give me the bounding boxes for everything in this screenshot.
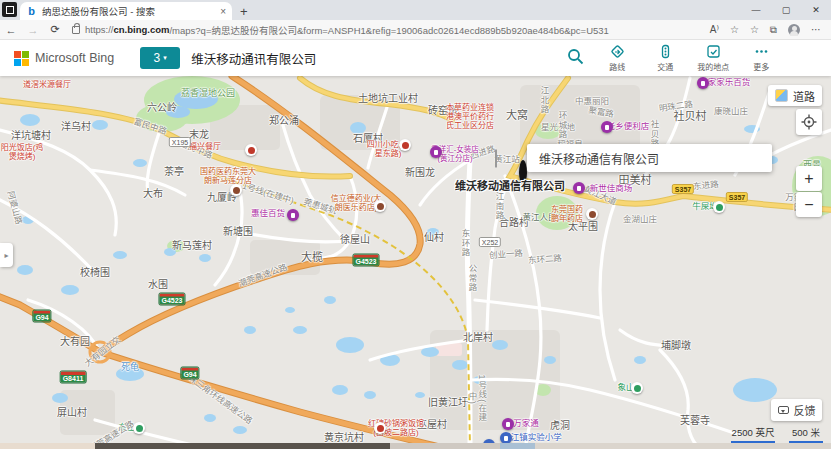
road-badge: G8411: [60, 371, 87, 384]
microsoft-logo-icon: [14, 51, 29, 66]
map-label: 新世佳商场: [590, 184, 633, 194]
zoom-out-button[interactable]: −: [796, 192, 822, 217]
park-icon[interactable]: [133, 422, 145, 434]
zoom-in-button[interactable]: +: [796, 166, 822, 191]
map-label: 维沃移动通信有限公司: [455, 180, 565, 193]
scope-value: 3: [154, 51, 161, 65]
close-button[interactable]: ✕: [801, 0, 831, 20]
map-label: 大布: [143, 188, 163, 200]
address-bar[interactable]: https://cn.bing.com/maps?q=纳思达股份有限公司&for…: [72, 23, 700, 37]
tab-preview-icon[interactable]: [2, 2, 17, 17]
map-scale: 2500 英尺 500 米: [731, 425, 823, 443]
scale-feet: 2500 英尺: [732, 425, 775, 439]
tab-close-icon[interactable]: ×: [220, 6, 226, 17]
read-aloud-icon[interactable]: A⁾: [710, 24, 719, 35]
road-badge: S357: [672, 184, 694, 194]
window-controls: — ▢ ✕: [741, 0, 831, 20]
search-scope-dropdown[interactable]: 3 ▾: [140, 47, 180, 69]
url-domain: cn.bing.com: [114, 24, 170, 35]
map-label: 东环路: [459, 229, 469, 258]
map-label: 新塘围: [223, 226, 253, 238]
shop-icon[interactable]: [601, 121, 613, 133]
road-badge: G4523: [158, 293, 185, 306]
road-view-label: 道路: [793, 88, 815, 104]
expander-arrow-icon: ▸: [4, 251, 8, 260]
map-label: 新马莲村: [172, 240, 212, 252]
map-label: 道滘米源餐厅: [23, 80, 71, 89]
zoom-out-glyph: −: [804, 196, 813, 214]
locate-me-button[interactable]: [796, 109, 822, 135]
station-icon[interactable]: [495, 150, 497, 168]
my-places-button[interactable]: 我的地点: [696, 44, 730, 72]
map-label: 黄江站: [494, 155, 520, 165]
traffic-icon: [658, 44, 673, 59]
minimize-button[interactable]: —: [741, 0, 771, 20]
profile-avatar[interactable]: [788, 24, 800, 36]
forward-button[interactable]: →: [22, 24, 44, 36]
browser-tab[interactable]: b 纳思达股份有限公司 - 搜索 ×: [20, 2, 232, 20]
map-label: 新围龙: [405, 167, 435, 179]
map-label: 康晓山庄: [714, 107, 748, 117]
road-badge: S357: [726, 192, 748, 202]
refresh-button[interactable]: ⟳: [44, 23, 66, 36]
traffic-button[interactable]: 交通: [648, 44, 682, 72]
map-label: 环城路: [556, 111, 566, 140]
more-icon: [754, 44, 769, 59]
map-label: 家家乐百货: [708, 78, 751, 88]
zoom-in-glyph: +: [804, 170, 813, 188]
back-button[interactable]: ←: [0, 24, 22, 36]
park-icon[interactable]: [713, 201, 725, 213]
shop-icon[interactable]: [430, 146, 442, 158]
shop-icon[interactable]: [287, 209, 299, 221]
result-tooltip[interactable]: 维沃移动通信有限公司: [527, 144, 772, 172]
map-label: 土地坑工业村: [358, 93, 418, 105]
my-places-icon: [706, 44, 721, 59]
feedback-label: 反馈: [794, 402, 816, 418]
logo-text: Microsoft Bing: [35, 51, 114, 65]
new-tab-button[interactable]: +: [240, 4, 248, 19]
sidebar-expander[interactable]: ▸: [0, 243, 13, 267]
browser-window: { "browser": { "tab_title": "纳思达股份有限公司 -…: [0, 0, 831, 449]
toolbar-icons: A⁾ ☆ ☆ ⧉ ⋯: [710, 24, 821, 36]
shop-icon[interactable]: [502, 418, 514, 430]
search-icon: [567, 48, 584, 65]
maximize-button[interactable]: ▢: [771, 0, 801, 20]
directions-label: 路线: [609, 61, 625, 72]
map-label: 本草药业连锁 港澳平价药行 氏工业区分店: [446, 103, 494, 131]
microsoft-bing-logo[interactable]: Microsoft Bing: [14, 51, 114, 66]
restaurant-icon[interactable]: [245, 144, 257, 156]
settings-menu-icon[interactable]: ⋯: [811, 24, 821, 35]
url-scheme: https://: [85, 24, 114, 35]
restaurant-icon[interactable]: [374, 422, 386, 434]
shop-icon[interactable]: [573, 182, 585, 194]
pharmacy-icon[interactable]: [374, 200, 386, 212]
directions-button[interactable]: 路线: [600, 44, 634, 72]
search-input[interactable]: 维沃移动通讯有限公司: [191, 49, 309, 68]
shop-icon[interactable]: [697, 77, 709, 89]
map-label: 仙村: [424, 232, 444, 244]
favorites-bar-icon[interactable]: ☆: [750, 24, 759, 35]
more-button[interactable]: 更多: [744, 44, 778, 72]
park-icon[interactable]: [631, 382, 643, 394]
map-label: 旧黄江圩: [428, 397, 468, 409]
map-label: 芙蓉寺: [680, 415, 710, 427]
road-view-button[interactable]: 道路: [768, 85, 822, 106]
restaurant-icon[interactable]: [399, 139, 411, 151]
window-titlebar: b 纳思达股份有限公司 - 搜索 × + — ▢ ✕: [0, 0, 831, 20]
pharmacy-icon[interactable]: [230, 184, 242, 196]
map-label: 东莞国药 鹏年药店: [551, 205, 583, 223]
map-label: 荔香湿地公园: [181, 88, 235, 98]
map-label: 洋坑塘村: [11, 130, 51, 142]
lock-icon: [72, 26, 80, 34]
collections-icon[interactable]: ⧉: [770, 24, 777, 36]
feedback-button[interactable]: 反馈: [771, 399, 822, 421]
map-label: 郑公涌: [269, 115, 299, 127]
tab-title: 纳思达股份有限公司 - 搜索: [42, 4, 216, 18]
pharmacy-icon[interactable]: [586, 208, 598, 220]
search-button[interactable]: [567, 48, 584, 69]
map-label: 徐屋山: [340, 234, 370, 246]
map-canvas[interactable]: 六公岭洋乌村洋坑塘村末龙茶亭大布九厦岭郑公涌土地坑工业村石厦村新围龙大窝砖窑墩社…: [0, 76, 831, 449]
map-style-thumbnail-icon: [775, 89, 788, 102]
favorites-icon[interactable]: ☆: [730, 24, 739, 35]
url-path: /maps?q=纳思达股份有限公司&form=ANSPH1&refig=1900…: [169, 23, 608, 37]
